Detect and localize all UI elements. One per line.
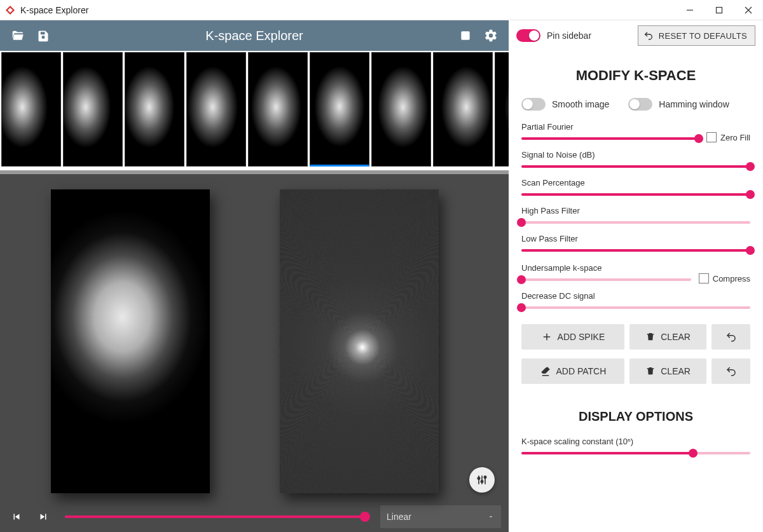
app-toolbar: K-space Explorer [0,20,509,51]
chevron-down-icon [487,513,495,521]
sidebar: Pin sidebar RESET TO DEFAULTS MODIFY K-S… [509,20,763,532]
playback-bar: Linear [0,501,509,532]
reset-defaults-label: RESET TO DEFAULTS [659,31,747,41]
pin-sidebar-toggle[interactable] [516,29,540,42]
viewer-area [0,174,509,501]
snr-label: Signal to Noise (dB) [521,150,750,160]
trash-icon [645,332,656,342]
add-patch-label: ADD PATCH [556,366,607,376]
svg-point-8 [478,477,479,479]
window-titlebar: K-space Explorer [0,0,763,20]
compress-checkbox[interactable] [699,273,709,283]
open-file-button[interactable] [5,23,31,48]
window-close-button[interactable] [734,0,763,20]
smooth-image-label: Smooth image [552,99,609,109]
image-viewer[interactable] [51,189,210,493]
zero-fill-checkbox[interactable] [706,132,717,142]
timeline-slider[interactable] [65,515,365,518]
lowpass-label: Low Pass Filter [521,234,750,243]
zero-fill-label: Zero Fill [720,133,750,142]
thumbnail[interactable] [495,52,509,167]
plus-icon [541,331,553,343]
thumbnail[interactable] [433,52,493,167]
add-spike-label: ADD SPIKE [558,332,605,342]
scale-select[interactable]: Linear [380,505,501,528]
undo-icon [643,31,654,41]
add-spike-button[interactable]: ADD SPIKE [521,324,624,350]
thumbnail[interactable] [248,52,308,167]
svg-point-10 [481,481,483,482]
clear-patch-label: CLEAR [661,366,691,376]
thumbnail[interactable] [186,52,246,167]
svg-rect-6 [461,31,469,39]
thumbnail[interactable] [125,52,184,167]
snr-slider[interactable] [521,165,750,168]
settings-button[interactable] [478,23,504,48]
prev-button[interactable] [8,508,25,526]
kspace-scale-label: K-space scaling constant (10ⁿ) [521,437,750,446]
window-mode-button[interactable] [453,23,478,48]
clear-spike-button[interactable]: CLEAR [629,324,706,350]
window-minimize-button[interactable] [675,0,705,20]
reset-defaults-button[interactable]: RESET TO DEFAULTS [638,25,755,46]
next-button[interactable] [34,508,52,526]
window-title: K-space Explorer [20,5,88,15]
undo-icon [725,365,737,377]
eraser-icon [540,365,551,377]
app-icon [5,5,15,15]
highpass-label: High Pass Filter [521,206,750,215]
scan-pct-slider[interactable] [521,193,750,196]
trash-icon [645,366,656,376]
thumbnail[interactable] [63,52,123,167]
toolbar-title: K-space Explorer [56,29,453,43]
main-content: K-space Explorer [0,20,509,532]
pin-sidebar-label: Pin sidebar [547,31,591,41]
thumbnail[interactable] [310,52,369,167]
partial-fourier-label: Partial Fourier [521,122,699,132]
undersample-slider[interactable] [521,278,691,281]
equalizer-button[interactable] [469,467,495,493]
thumbnail[interactable] [1,52,61,167]
add-patch-button[interactable]: ADD PATCH [521,358,624,384]
display-options-title: DISPLAY OPTIONS [521,409,750,424]
hamming-window-label: Hamming window [659,99,729,109]
kspace-viewer[interactable] [280,189,439,493]
smooth-image-toggle[interactable] [521,98,546,111]
clear-spike-label: CLEAR [661,332,691,342]
thumbnail[interactable] [371,52,431,167]
modify-kspace-title: MODIFY K-SPACE [509,67,763,84]
save-button[interactable] [31,23,56,48]
clear-patch-button[interactable]: CLEAR [629,358,706,384]
dc-label: Decrease DC signal [521,291,750,301]
highpass-slider[interactable] [521,221,750,224]
thumbnail-strip[interactable] [0,51,509,170]
undo-spike-button[interactable] [711,324,750,350]
dc-slider[interactable] [521,306,750,309]
hamming-window-toggle[interactable] [628,98,652,111]
compress-label: Compress [713,274,750,283]
kspace-scale-slider[interactable] [521,452,750,454]
undersample-label: Undersample k-space [521,263,691,273]
scale-select-label: Linear [387,512,411,522]
window-maximize-button[interactable] [705,0,734,20]
svg-point-12 [484,476,486,478]
partial-fourier-slider[interactable] [521,137,699,140]
undo-patch-button[interactable] [711,358,750,384]
lowpass-slider[interactable] [521,249,750,252]
scan-pct-label: Scan Percentage [521,178,750,188]
svg-rect-3 [717,7,722,13]
undo-icon [725,331,737,343]
